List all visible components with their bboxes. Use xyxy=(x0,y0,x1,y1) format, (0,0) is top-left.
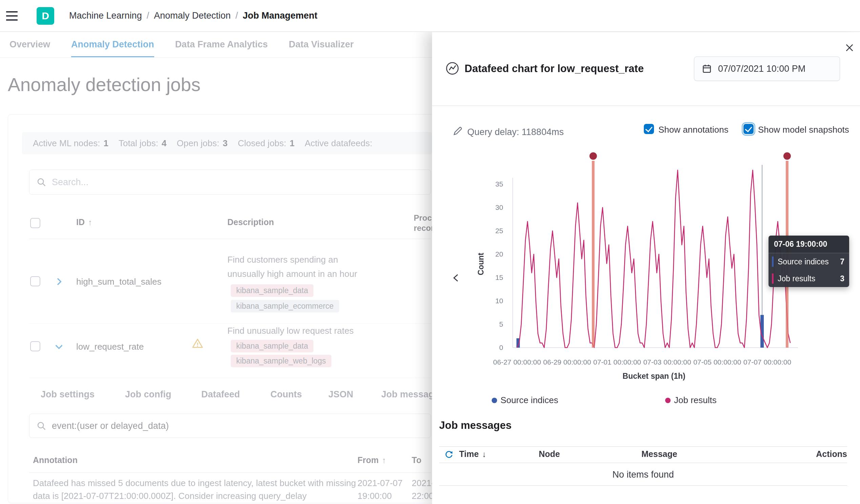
breadcrumb-anomaly-detection[interactable]: Anomaly Detection xyxy=(154,11,231,21)
page-title: Anomaly detection jobs xyxy=(8,74,201,95)
chart-icon xyxy=(445,61,459,75)
breadcrumb-machine-learning[interactable]: Machine Learning xyxy=(69,11,142,21)
detail-tab-json[interactable]: JSON xyxy=(328,389,354,400)
chart-tooltip: 07-06 19:00:00 Source indices 7 Job resu… xyxy=(769,236,849,287)
svg-text:10: 10 xyxy=(496,297,503,305)
annotations-query-input[interactable] xyxy=(52,421,424,431)
svg-text:20: 20 xyxy=(496,250,503,258)
svg-text:25: 25 xyxy=(496,227,503,235)
jobs-stats-bar: Active ML nodes:1 Total jobs:4 Open jobs… xyxy=(22,132,432,154)
show-model-snapshots-label[interactable]: Show model snapshots xyxy=(758,124,849,135)
column-header-actions: Actions xyxy=(816,449,847,459)
space-avatar[interactable]: D xyxy=(37,7,54,25)
job-id: low_request_rate xyxy=(76,342,144,352)
show-model-snapshots-checkbox[interactable] xyxy=(743,124,754,134)
detail-tab-datafeed[interactable]: Datafeed xyxy=(201,389,240,400)
previous-time-range-button[interactable] xyxy=(448,270,464,286)
tooltip-row: Job results 3 xyxy=(769,270,849,287)
divider xyxy=(432,106,860,106)
stat-active-ml-nodes: Active ML nodes:1 xyxy=(33,138,109,149)
menu-icon[interactable] xyxy=(6,9,21,23)
close-icon[interactable] xyxy=(842,40,857,55)
annotation-text-line: data is [2021-07-07T21:00:00.000Z]. Cons… xyxy=(33,491,307,501)
tooltip-series-value: 7 xyxy=(840,257,844,266)
column-header-from[interactable]: From xyxy=(358,455,386,465)
column-header-description: Description xyxy=(227,217,274,227)
row-checkbox[interactable] xyxy=(30,341,40,351)
tab-data-visualizer[interactable]: Data Visualizer xyxy=(289,32,354,57)
legend-dot-job-results[interactable] xyxy=(665,398,671,403)
tab-data-frame-analytics[interactable]: Data Frame Analytics xyxy=(175,32,268,57)
svg-text:Count: Count xyxy=(476,252,485,275)
legend-dot-source-indices[interactable] xyxy=(492,398,497,403)
breadcrumb-separator: / xyxy=(235,11,238,21)
detail-tab-counts[interactable]: Counts xyxy=(270,389,302,400)
svg-text:5: 5 xyxy=(499,320,503,328)
stat-open-jobs: Open jobs:3 xyxy=(176,138,227,149)
divider xyxy=(439,446,847,447)
breadcrumb-separator: / xyxy=(147,11,149,21)
job-description-line: Find unusually low request rates xyxy=(227,326,354,336)
search-icon xyxy=(36,421,46,431)
index-badge: kibana_sample_ecommerce xyxy=(231,300,339,312)
series-swatch xyxy=(772,273,774,284)
show-annotations-checkbox[interactable] xyxy=(644,124,654,134)
chevron-down-icon[interactable] xyxy=(54,341,64,352)
svg-text:30: 30 xyxy=(496,204,503,211)
svg-text:Bucket span (1h): Bucket span (1h) xyxy=(622,372,685,381)
svg-text:15: 15 xyxy=(496,273,503,281)
show-annotations-label[interactable]: Show annotations xyxy=(658,124,729,135)
job-id: high_sum_total_sales xyxy=(76,277,162,287)
refresh-icon[interactable] xyxy=(444,450,454,459)
search-icon xyxy=(36,177,46,187)
detail-tab-job-settings[interactable]: Job settings xyxy=(41,389,95,400)
select-all-checkbox[interactable] xyxy=(30,218,40,228)
column-header-id[interactable]: ID xyxy=(76,217,92,227)
jobs-search xyxy=(29,169,431,195)
svg-text:07-01 00:00:00: 07-01 00:00:00 xyxy=(593,358,641,366)
svg-text:35: 35 xyxy=(496,180,503,188)
jobs-search-input[interactable] xyxy=(52,177,424,188)
calendar-icon xyxy=(702,64,712,74)
query-delay-text: Query delay: 118804ms xyxy=(467,127,564,137)
tab-anomaly-detection[interactable]: Anomaly Detection xyxy=(71,32,154,57)
divider xyxy=(439,485,847,486)
column-header-annotation: Annotation xyxy=(33,455,77,465)
svg-text:07-03 00:00:00: 07-03 00:00:00 xyxy=(643,358,691,366)
column-header-time[interactable]: Time xyxy=(459,449,486,459)
date-picker-value: 07/07/2021 10:00 PM xyxy=(718,64,805,74)
date-picker[interactable]: 07/07/2021 10:00 PM xyxy=(694,57,840,81)
legend-label-source-indices[interactable]: Source indices xyxy=(501,395,558,405)
annotations-query-bar xyxy=(29,414,431,438)
annotation-from: 2021-07-07 xyxy=(358,478,403,488)
tooltip-series-value: 3 xyxy=(840,274,844,283)
svg-text:0: 0 xyxy=(499,344,503,351)
svg-text:07-05 00:00:00: 07-05 00:00:00 xyxy=(693,358,741,366)
tooltip-timestamp: 07-06 19:00:00 xyxy=(769,236,849,253)
warning-icon xyxy=(192,338,203,349)
tooltip-series-label: Job results xyxy=(778,274,815,283)
stat-active-datafeeds: Active datafeeds: xyxy=(305,138,375,149)
annotation-from: 19:00:00 xyxy=(358,491,392,501)
column-header-to[interactable]: To xyxy=(412,455,421,465)
tooltip-series-label: Source indices xyxy=(778,257,829,266)
column-header-message: Message xyxy=(642,449,677,459)
row-checkbox[interactable] xyxy=(30,276,40,286)
job-description-line: unusually high amount in an hour xyxy=(227,269,357,279)
series-swatch xyxy=(772,256,774,267)
top-navigation-bar: D Machine Learning / Anomaly Detection /… xyxy=(0,0,860,32)
svg-text:06-27 00:00:00: 06-27 00:00:00 xyxy=(493,358,541,366)
index-badge: kibana_sample_data xyxy=(231,340,313,352)
chevron-right-icon[interactable] xyxy=(54,276,64,287)
svg-text:07-07 00:00:00: 07-07 00:00:00 xyxy=(743,358,791,366)
column-header-node: Node xyxy=(539,449,560,459)
stat-closed-jobs: Closed jobs:1 xyxy=(238,138,295,149)
tab-overview[interactable]: Overview xyxy=(10,32,50,57)
detail-tab-job-config[interactable]: Job config xyxy=(125,389,171,400)
edit-icon xyxy=(453,125,463,136)
stat-total-jobs: Total jobs:4 xyxy=(119,138,167,149)
index-badge: kibana_sample_web_logs xyxy=(231,355,331,367)
index-badge: kibana_sample_data xyxy=(231,284,313,297)
flyout-title: Datafeed chart for low_request_rate xyxy=(464,63,644,75)
legend-label-job-results[interactable]: Job results xyxy=(674,395,717,405)
